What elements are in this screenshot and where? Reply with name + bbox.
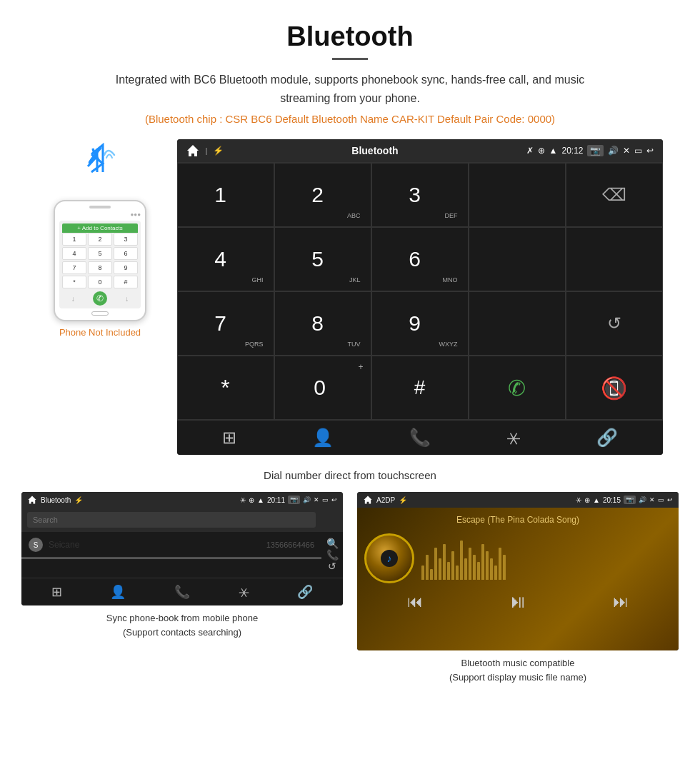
dial-empty-2 — [469, 227, 566, 291]
song-title: Escape (The Pina Colada Song) — [456, 515, 579, 525]
page-description: Integrated with BC6 Bluetooth module, su… — [100, 71, 600, 107]
bt-status-icon: ✗ — [526, 146, 534, 156]
music-panel: A2DP ⚡ ⚹ ⊕ ▲ 20:15 📷 🔊 ✕ ▭ ↩ Escape (The — [357, 492, 679, 684]
phonebook-x-icon: ✕ — [314, 496, 319, 503]
prev-button[interactable]: ⏮ — [407, 593, 423, 611]
music-sig-icon: ▲ — [593, 496, 600, 504]
phone-container: ✗ — [38, 139, 163, 338]
phone-not-included-label: Phone Not Included — [59, 327, 141, 338]
phonebook-side-icons: 🔍 📞 ↺ — [321, 532, 343, 578]
music-waveform — [421, 537, 671, 580]
car-screen-dialpad: | ⚡ Bluetooth ✗ ⊕ ▲ 20:12 📷 🔊 ✕ ▭ ↩ 1 — [177, 139, 663, 455]
window-icon: ▭ — [634, 146, 642, 156]
bluetooth-info: (Bluetooth chip : CSR BC6 Default Blueto… — [14, 113, 686, 125]
dial-key-7[interactable]: 7PQRS — [177, 291, 274, 356]
pb-toolbar-phone[interactable]: 📞 — [174, 584, 190, 600]
phonebook-screen: Bluetooth ⚡ ⚹ ⊕ ▲ 20:11 📷 🔊 ✕ ▭ ↩ — [21, 492, 343, 605]
music-screen-title: A2DP — [376, 496, 395, 504]
title-underline — [332, 58, 368, 60]
phonebook-win-icon: ▭ — [322, 496, 329, 503]
dial-caption: Dial number direct from touchscreen — [0, 462, 700, 492]
phonebook-bt-icon: ⚹ — [240, 496, 246, 504]
dial-key-star[interactable]: * — [177, 356, 274, 420]
dial-key-5[interactable]: 5JKL — [274, 227, 371, 291]
phonebook-time: 20:11 — [267, 496, 285, 504]
phonebook-search-input[interactable] — [27, 512, 316, 528]
close-icon: ✕ — [623, 146, 630, 156]
phonebook-home-icon — [27, 495, 37, 505]
contact-number: 13566664466 — [266, 541, 314, 549]
side-search-icon[interactable]: 🔍 — [326, 538, 339, 549]
bluetooth-icon: ✗ — [86, 143, 105, 170]
signal-icon: ▲ — [549, 146, 558, 156]
dial-key-3[interactable]: 3DEF — [371, 163, 469, 227]
music-time: 20:15 — [603, 496, 621, 504]
music-loc-icon: ⊕ — [584, 496, 590, 504]
toolbar-bluetooth-icon[interactable]: ⚹ — [506, 428, 521, 448]
phonebook-contact-row[interactable]: S Seicane 13566664466 — [21, 532, 321, 558]
pb-toolbar-person[interactable]: 👤 — [110, 584, 126, 600]
music-bt-icon: ⚹ — [576, 496, 581, 504]
music-controls: ⏮ ⏯ ⏭ — [364, 590, 671, 613]
dialpad-toolbar: ⊞ 👤 📞 ⚹ 🔗 — [177, 420, 663, 455]
status-left: | ⚡ — [186, 144, 224, 158]
dial-call-green[interactable]: ✆ — [469, 356, 566, 420]
dial-key-1[interactable]: 1 — [177, 163, 274, 227]
status-right: ✗ ⊕ ▲ 20:12 📷 🔊 ✕ ▭ ↩ — [526, 145, 654, 156]
pb-toolbar-bt[interactable]: ⚹ — [239, 585, 249, 600]
music-caption: Bluetooth music compatible(Support displ… — [449, 656, 586, 684]
music-win-icon: ▭ — [658, 496, 664, 503]
contact-letter: S — [29, 538, 43, 552]
screen-title: Bluetooth — [351, 145, 398, 156]
dial-key-2[interactable]: 2ABC — [274, 163, 371, 227]
dial-empty-1 — [469, 163, 566, 227]
phonebook-caption: Sync phone-book from mobile phone(Suppor… — [106, 611, 258, 639]
phonebook-screen-title: Bluetooth — [41, 496, 71, 504]
middle-section: ✗ — [0, 132, 700, 462]
phonebook-list: S Seicane 13566664466 — [21, 532, 321, 578]
dial-key-hash[interactable]: # — [371, 356, 469, 420]
phonebook-toolbar: ⊞ 👤 📞 ⚹ 🔗 — [21, 578, 343, 605]
music-album-area: ♪ — [364, 533, 671, 583]
phonebook-cam-icon: 📷 — [288, 496, 300, 504]
music-screen: A2DP ⚡ ⚹ ⊕ ▲ 20:15 📷 🔊 ✕ ▭ ↩ Escape (The — [357, 492, 679, 650]
phonebook-sig-icon: ▲ — [257, 496, 264, 504]
music-content: Escape (The Pina Colada Song) ♪ — [357, 508, 679, 650]
music-x-icon: ✕ — [649, 496, 655, 503]
toolbar-contacts-icon[interactable]: 👤 — [312, 428, 334, 448]
dial-key-0[interactable]: 0 + — [274, 356, 371, 420]
side-refresh-icon[interactable]: ↺ — [328, 561, 336, 572]
dial-key-6[interactable]: 6MNO — [371, 227, 469, 291]
dial-backspace[interactable]: ⌫ — [566, 163, 663, 227]
dial-key-8[interactable]: 8TUV — [274, 291, 371, 356]
phonebook-usb-icon: ⚡ — [74, 496, 83, 504]
toolbar-grid-icon[interactable]: ⊞ — [222, 428, 236, 448]
album-art-bt-icon: ♪ — [381, 550, 398, 567]
dial-key-4[interactable]: 4GHI — [177, 227, 274, 291]
home-icon — [186, 144, 200, 158]
play-pause-button[interactable]: ⏯ — [509, 590, 527, 613]
phonebook-panel: Bluetooth ⚡ ⚹ ⊕ ▲ 20:11 📷 🔊 ✕ ▭ ↩ — [21, 492, 343, 684]
music-back-icon: ↩ — [667, 496, 673, 503]
next-button[interactable]: ⏭ — [613, 593, 629, 611]
dial-key-9[interactable]: 9WXYZ — [371, 291, 469, 356]
music-usb-icon: ⚡ — [399, 496, 407, 504]
volume-icon: 🔊 — [608, 146, 619, 156]
bottom-panels: Bluetooth ⚡ ⚹ ⊕ ▲ 20:11 📷 🔊 ✕ ▭ ↩ — [0, 492, 700, 698]
phonebook-back-icon: ↩ — [331, 496, 337, 503]
phonebook-loc-icon: ⊕ — [249, 496, 254, 504]
dialpad-grid: 1 2ABC 3DEF ⌫ 4GHI 5JKL 6MNO — [177, 162, 663, 420]
toolbar-phone-icon[interactable]: 📞 — [409, 428, 431, 448]
dial-end-call[interactable]: 📵 — [566, 356, 663, 420]
music-cam-icon: 📷 — [624, 496, 636, 504]
album-art: ♪ — [364, 533, 414, 583]
toolbar-link-icon[interactable]: 🔗 — [596, 428, 618, 448]
phonebook-vol-icon: 🔊 — [303, 496, 311, 503]
phonebook-search-area — [21, 508, 343, 532]
pb-toolbar-grid[interactable]: ⊞ — [51, 584, 62, 600]
pb-toolbar-link[interactable]: 🔗 — [297, 584, 313, 600]
dial-refresh[interactable]: ↺ — [566, 291, 663, 356]
dialpad-status-bar: | ⚡ Bluetooth ✗ ⊕ ▲ 20:12 📷 🔊 ✕ ▭ ↩ — [177, 139, 663, 162]
usb-icon: ⚡ — [213, 146, 224, 156]
side-phone-icon[interactable]: 📞 — [326, 549, 339, 561]
